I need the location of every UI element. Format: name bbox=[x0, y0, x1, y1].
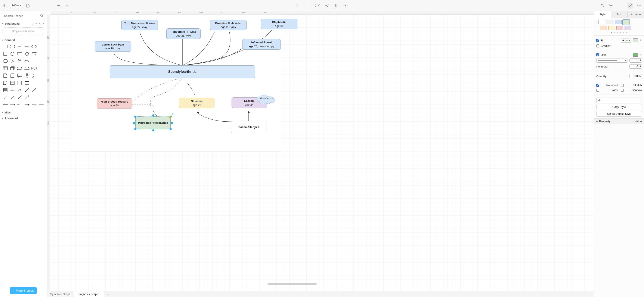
shape-container[interactable] bbox=[16, 80, 23, 86]
scratchpad-dropzone[interactable]: Drag elements here bbox=[2, 27, 44, 35]
shape-note[interactable] bbox=[2, 73, 8, 78]
shape-internal[interactable] bbox=[2, 66, 8, 71]
rounded-checkbox[interactable]: Rounded bbox=[596, 83, 618, 88]
swatch-next-icon[interactable]: › bbox=[631, 21, 633, 24]
shape-link4[interactable] bbox=[24, 102, 30, 107]
opacity-input[interactable] bbox=[630, 74, 642, 78]
shape-or[interactable] bbox=[31, 73, 38, 78]
swatch[interactable] bbox=[600, 26, 607, 30]
shape-bidir[interactable] bbox=[16, 95, 23, 100]
more-shapes-button[interactable]: + More Shapes bbox=[10, 287, 36, 294]
shape-biarrow[interactable] bbox=[24, 87, 30, 93]
node-migraines[interactable]: Migraines / Headaches ⟳ bbox=[135, 117, 170, 129]
node-torn-meniscus[interactable]: Torn Meniscus - R knee age 22, xray bbox=[122, 20, 158, 30]
shape-process[interactable] bbox=[16, 51, 23, 57]
shape-trapezoid[interactable] bbox=[24, 66, 30, 71]
swatch-prev-icon[interactable]: ‹ bbox=[596, 21, 597, 24]
line-color-chip[interactable] bbox=[633, 53, 638, 57]
insert-icon[interactable] bbox=[342, 2, 348, 8]
shape-diamond[interactable] bbox=[24, 51, 30, 57]
swatch[interactable] bbox=[624, 26, 632, 30]
horizontal-scrollbar[interactable] bbox=[268, 283, 317, 285]
general-header[interactable]: ▾ General bbox=[0, 37, 46, 43]
shadow-checkbox[interactable]: Shadow bbox=[621, 88, 642, 92]
text-frame-icon[interactable]: A bbox=[296, 2, 302, 8]
shape-listitem[interactable]: List Item bbox=[10, 87, 16, 93]
ellipse-plus-icon[interactable]: + bbox=[314, 2, 320, 8]
share-icon[interactable] bbox=[599, 2, 605, 8]
shape-cube[interactable] bbox=[10, 66, 16, 71]
tab-text[interactable]: Text bbox=[611, 11, 627, 18]
undo-icon[interactable] bbox=[56, 2, 62, 8]
scratchpad-header[interactable]: ▾ Scratchpad ? + ✎ ✕ bbox=[0, 21, 46, 26]
shape-line[interactable] bbox=[10, 95, 16, 100]
close-icon[interactable]: ✕ bbox=[42, 22, 44, 25]
shape-link6[interactable] bbox=[38, 102, 44, 107]
glass-checkbox[interactable]: Glass bbox=[596, 88, 618, 92]
help-icon[interactable]: ? bbox=[32, 22, 34, 25]
shape-curve[interactable] bbox=[16, 87, 23, 93]
shape-circle[interactable] bbox=[10, 51, 16, 57]
node-high-blood-pressure[interactable]: High Blood Pressure age 28 bbox=[97, 98, 132, 109]
add-page-button[interactable]: ＋ bbox=[104, 291, 112, 297]
fill-mode-select[interactable]: Auto▾ bbox=[621, 38, 632, 42]
swatch[interactable] bbox=[616, 26, 623, 30]
redo-icon[interactable] bbox=[64, 2, 70, 8]
search-input[interactable] bbox=[2, 13, 45, 19]
shape-link5[interactable] bbox=[31, 102, 38, 107]
node-sinusitis[interactable]: Sinusitis age 20 bbox=[179, 98, 214, 108]
shape-list[interactable] bbox=[2, 87, 8, 93]
node-psoriasis-cloud[interactable]: Psoriasis? bbox=[256, 93, 277, 105]
shape-hexagon[interactable] bbox=[2, 58, 8, 64]
line-checkbox[interactable]: Line bbox=[596, 53, 606, 56]
gradient-checkbox[interactable]: Gradient bbox=[596, 44, 611, 47]
set-default-style-button[interactable]: Set as Default Style bbox=[596, 111, 642, 117]
perimeter-input[interactable] bbox=[630, 64, 642, 69]
pencil-icon[interactable]: ✎ bbox=[640, 39, 642, 42]
new-page-icon[interactable] bbox=[25, 2, 31, 8]
node-pollen-allergies[interactable]: Pollen Allergies bbox=[231, 121, 266, 133]
shape-step[interactable] bbox=[16, 66, 23, 71]
rotate-handle-icon[interactable]: ⟳ bbox=[171, 112, 174, 115]
shape-parallelogram[interactable] bbox=[31, 51, 38, 57]
shape-cylinder[interactable] bbox=[16, 58, 23, 64]
shape-and[interactable] bbox=[2, 80, 8, 86]
sketch-checkbox[interactable]: Sketch bbox=[621, 83, 642, 88]
shape-tape[interactable] bbox=[31, 66, 38, 71]
shape-openarrow[interactable] bbox=[24, 95, 30, 100]
line-style-select[interactable]: ▾ bbox=[596, 58, 628, 63]
edit-icon[interactable]: ✎ bbox=[38, 22, 40, 25]
shape-frame[interactable] bbox=[24, 80, 30, 86]
shape-arrow[interactable] bbox=[31, 87, 38, 93]
shape-link2[interactable] bbox=[10, 102, 16, 107]
node-inflamed-bowel[interactable]: Inflamed Bowel age 28, colonoscopy bbox=[242, 39, 281, 49]
node-bursitis[interactable]: Bursitis - R shoulder age 25, xray bbox=[210, 20, 246, 30]
shape-square[interactable] bbox=[2, 51, 8, 57]
shape-rect[interactable] bbox=[2, 44, 8, 49]
shape-cloud[interactable] bbox=[24, 58, 30, 64]
more-icon[interactable] bbox=[608, 2, 614, 8]
node-tendonitis[interactable]: Tendonitis - R wrist age 23, MRI bbox=[166, 28, 200, 39]
property-header[interactable]: ▸ Property Value bbox=[594, 118, 644, 124]
shape-link3[interactable] bbox=[16, 102, 23, 107]
node-spondyloarthritis[interactable]: Spondyloarthritis bbox=[110, 65, 255, 78]
shape-dashline[interactable] bbox=[2, 95, 8, 100]
shape-roundrect[interactable] bbox=[10, 44, 16, 49]
magic-icon[interactable] bbox=[627, 2, 633, 8]
shape-text[interactable]: Text bbox=[16, 44, 23, 49]
shape-heading[interactable]: Heading bbox=[24, 44, 30, 49]
freehand-icon[interactable] bbox=[324, 2, 330, 8]
add-icon[interactable]: + bbox=[35, 22, 37, 25]
shape-callout[interactable] bbox=[16, 73, 23, 78]
tab-symptom-graph[interactable]: Symptom Graph bbox=[47, 291, 74, 297]
pencil-icon[interactable]: ✎ bbox=[640, 53, 642, 56]
fill-checkbox[interactable]: Fill bbox=[596, 39, 604, 42]
tab-style[interactable]: Style bbox=[594, 11, 611, 18]
table-icon[interactable] bbox=[333, 2, 339, 8]
swatch[interactable] bbox=[598, 20, 605, 24]
swatch[interactable] bbox=[623, 20, 630, 24]
node-lower-back-pain[interactable]: Lower Back Pain age 18, xray bbox=[95, 41, 131, 52]
canvas[interactable]: Lower Back Pain age 18, xray Torn Menisc… bbox=[50, 14, 594, 291]
node-blepharitis[interactable]: Blepharitis age 30 bbox=[261, 19, 298, 29]
swatch[interactable] bbox=[608, 26, 615, 30]
